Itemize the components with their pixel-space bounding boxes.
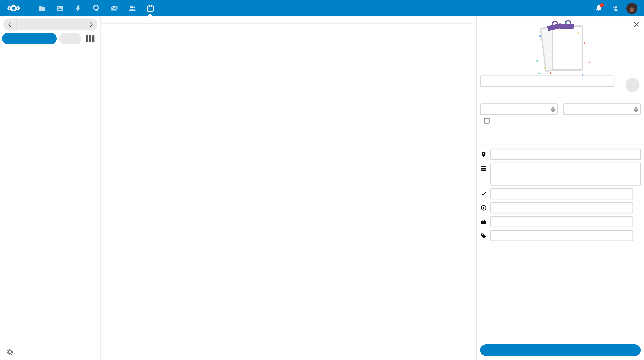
- contacts-menu-icon[interactable]: [607, 0, 624, 16]
- description-textarea[interactable]: [490, 163, 641, 186]
- calendar-week-view: [100, 16, 476, 360]
- time-gutter-header: [100, 16, 119, 23]
- top-navbar: [0, 0, 644, 16]
- settings-and-import[interactable]: [0, 348, 24, 357]
- notification-badge: [600, 3, 604, 7]
- freebusy-select[interactable]: [490, 216, 633, 227]
- contacts-app-icon[interactable]: [123, 0, 142, 16]
- talk-app-icon[interactable]: [87, 0, 105, 16]
- freebusy-briefcase-icon: [477, 219, 490, 225]
- notifications-bell-icon[interactable]: [591, 0, 607, 16]
- checkbox[interactable]: [484, 118, 490, 123]
- timezone-globe-icon[interactable]: [550, 106, 556, 114]
- editor-tabs: [477, 128, 644, 144]
- event-title-input[interactable]: [480, 76, 614, 87]
- visibility-select[interactable]: [490, 202, 633, 214]
- location-input[interactable]: [490, 149, 641, 160]
- next-week-button[interactable]: [84, 18, 98, 30]
- start-date-input[interactable]: [480, 103, 558, 115]
- visibility-eye-icon: [477, 205, 490, 211]
- categories-tag-icon: [477, 232, 490, 239]
- more-actions-button[interactable]: [626, 78, 640, 92]
- previous-week-button[interactable]: [3, 18, 17, 30]
- new-event-button[interactable]: [2, 33, 57, 44]
- event-illustration: [477, 20, 644, 72]
- gear-icon: [6, 349, 13, 356]
- files-app-icon[interactable]: [33, 0, 51, 16]
- update-button[interactable]: [480, 345, 641, 356]
- end-date-input[interactable]: [563, 103, 641, 115]
- sidebar: [0, 16, 100, 360]
- mail-app-icon[interactable]: [105, 0, 123, 16]
- user-avatar[interactable]: [624, 0, 640, 16]
- today-button[interactable]: [59, 33, 81, 44]
- photos-app-icon[interactable]: [51, 0, 69, 16]
- location-pin-icon: [477, 151, 490, 157]
- event-editor-panel: [476, 16, 644, 360]
- status-select[interactable]: [490, 188, 633, 200]
- calendar-app-icon[interactable]: [141, 0, 159, 16]
- week-navigation: [3, 18, 98, 30]
- activity-app-icon[interactable]: [69, 0, 87, 16]
- status-check-icon: [477, 191, 490, 197]
- nextcloud-logo-icon[interactable]: [4, 0, 23, 16]
- day-header-row: [100, 16, 473, 24]
- all-day-checkbox[interactable]: [481, 118, 493, 123]
- time-grid: [100, 47, 473, 360]
- timezone-globe-icon[interactable]: [633, 106, 639, 114]
- all-day-row: [100, 24, 473, 47]
- nextcloud-calendar-app: [0, 0, 644, 360]
- all-day-label: [100, 24, 119, 47]
- time-gutter: [100, 47, 119, 360]
- week-view-toggle-icon[interactable]: [86, 35, 97, 42]
- categories-input[interactable]: [490, 230, 633, 241]
- description-icon: [477, 163, 490, 171]
